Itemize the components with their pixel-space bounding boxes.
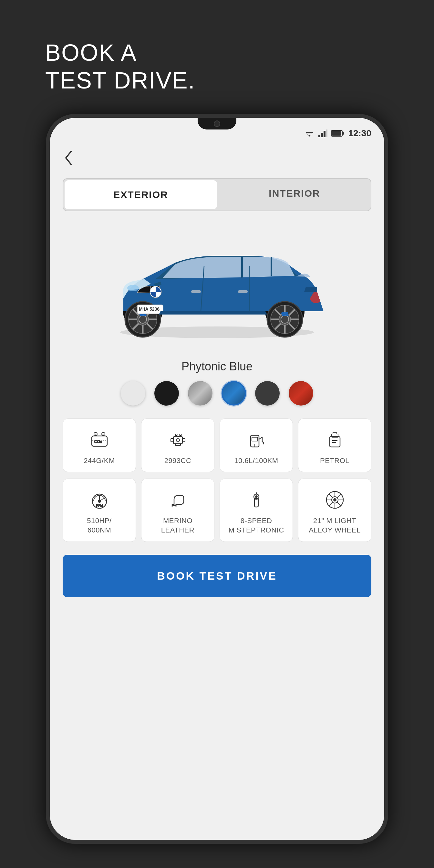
svg-rect-3: [318, 135, 320, 137]
svg-rect-5: [323, 131, 326, 137]
wifi-icon: [304, 129, 314, 137]
battery-icon: [331, 130, 344, 137]
svg-line-88: [337, 494, 341, 498]
page-title-area: BOOK A TEST DRIVE.: [0, 0, 434, 114]
svg-point-59: [176, 438, 180, 442]
svg-rect-9: [332, 131, 341, 135]
fuel-pump-icon: [245, 429, 268, 451]
svg-point-72: [98, 500, 101, 502]
status-right: 12:30: [304, 128, 371, 138]
notch: [197, 118, 237, 129]
swatch-dark-graphite[interactable]: [255, 381, 280, 406]
phone-frame: 12:30 EXTERIOR INTERIOR: [46, 114, 388, 844]
wheels-value: 21" M LIGHTALLOY WHEEL: [309, 516, 361, 535]
tab-switcher: EXTERIOR INTERIOR: [63, 178, 371, 211]
spec-co2[interactable]: CO₂ 244G/KM: [63, 418, 136, 472]
svg-line-62: [259, 437, 262, 439]
wheel-icon: [323, 489, 346, 511]
svg-point-43: [281, 315, 289, 323]
color-swatches: [50, 381, 384, 406]
swatch-grey[interactable]: [188, 381, 213, 406]
signal-icon: [318, 129, 328, 137]
transmission-value: 8-SPEEDM STEPTRONIC: [228, 516, 284, 535]
co2-icon: CO₂: [88, 429, 111, 451]
svg-rect-18: [191, 290, 201, 293]
svg-point-31: [139, 315, 147, 323]
back-button[interactable]: [50, 144, 87, 175]
swatch-white[interactable]: [121, 381, 145, 406]
svg-rect-76: [254, 499, 258, 507]
spec-fuel-type[interactable]: PETROL: [298, 418, 371, 472]
camera-dot: [214, 120, 220, 127]
back-icon: [63, 150, 74, 166]
fuel-type-value: PETROL: [320, 456, 349, 466]
svg-rect-6: [326, 129, 328, 137]
page-title: BOOK A TEST DRIVE.: [45, 39, 434, 95]
gearshift-icon: [245, 489, 268, 511]
svg-point-90: [334, 499, 336, 501]
spec-fuel-consumption[interactable]: 10.6L/100KM: [220, 418, 293, 472]
engine-value: 2993CC: [164, 456, 191, 466]
power-value: 510HP/600NM: [87, 516, 112, 535]
phone-screen: 12:30 EXTERIOR INTERIOR: [50, 118, 384, 840]
spec-power[interactable]: RPM 510HP/600NM: [63, 478, 136, 541]
svg-text:RPM: RPM: [96, 504, 103, 507]
status-time: 12:30: [348, 128, 371, 138]
svg-rect-58: [175, 444, 181, 445]
car-image: M·IA 5236: [91, 224, 343, 347]
spec-transmission[interactable]: 8-SPEEDM STEPTRONIC: [220, 478, 293, 541]
seat-icon: [166, 489, 189, 511]
tab-interior[interactable]: INTERIOR: [218, 179, 371, 211]
rpm-icon: RPM: [88, 489, 111, 511]
engine-icon: [166, 429, 189, 451]
book-test-drive-button[interactable]: BOOK TEST DRIVE: [63, 555, 371, 597]
app-content: EXTERIOR INTERIOR: [50, 144, 384, 840]
fuel-consumption-value: 10.6L/100KM: [234, 456, 278, 466]
spec-wheels[interactable]: 21" M LIGHTALLOY WHEEL: [298, 478, 371, 541]
swatch-blue[interactable]: [221, 381, 246, 406]
swatch-red[interactable]: [289, 381, 313, 406]
interior-value: MERINOLEATHER: [161, 516, 194, 535]
title-line2: TEST DRIVE.: [45, 67, 195, 93]
svg-point-79: [255, 496, 257, 498]
svg-rect-51: [174, 437, 182, 444]
canister-icon: [323, 429, 346, 451]
svg-line-89: [329, 502, 333, 506]
specs-row1: CO₂ 244G/KM: [63, 418, 371, 472]
svg-rect-65: [330, 437, 340, 447]
svg-rect-19: [238, 290, 248, 293]
svg-point-13: [127, 285, 139, 291]
co2-value: 244G/KM: [84, 456, 115, 466]
svg-line-86: [329, 494, 333, 498]
svg-text:M·IA 5236: M·IA 5236: [139, 306, 159, 312]
svg-text:CO₂: CO₂: [94, 439, 102, 444]
spec-engine[interactable]: 2993CC: [141, 418, 214, 472]
swatch-black[interactable]: [154, 381, 179, 406]
car-image-area: M·IA 5236: [50, 218, 384, 353]
svg-rect-4: [321, 133, 323, 137]
color-name-label: Phytonic Blue: [50, 360, 384, 373]
svg-marker-2: [308, 135, 311, 136]
specs-row2: RPM 510HP/600NM: [63, 478, 371, 541]
tab-exterior[interactable]: EXTERIOR: [65, 180, 217, 209]
title-line1: BOOK A: [45, 40, 137, 66]
side-button: [384, 247, 388, 286]
svg-rect-61: [252, 437, 258, 441]
status-bar: 12:30: [50, 118, 384, 144]
svg-line-87: [337, 502, 341, 506]
book-btn-container: BOOK TEST DRIVE: [63, 555, 371, 597]
svg-rect-8: [342, 132, 344, 135]
spec-interior[interactable]: MERINOLEATHER: [141, 478, 214, 541]
